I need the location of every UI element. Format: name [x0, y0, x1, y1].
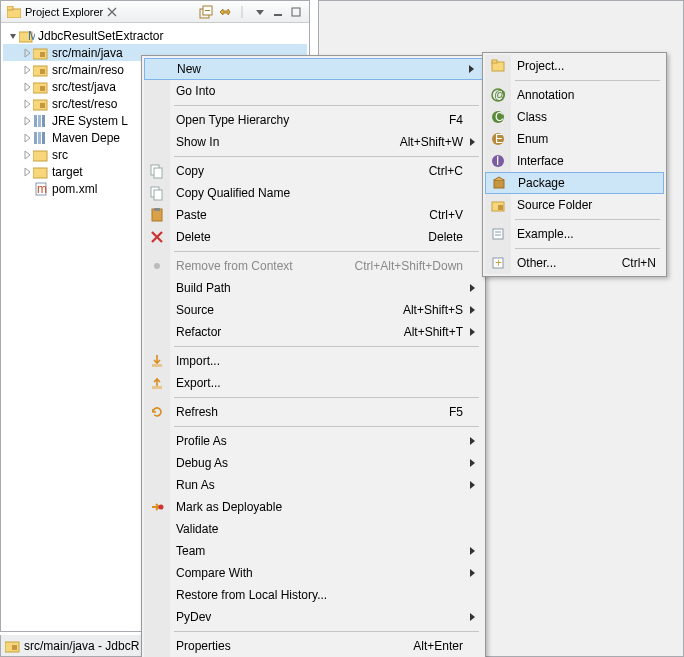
maximize-icon[interactable] — [288, 4, 304, 20]
svg-rect-32 — [154, 208, 160, 211]
menu-item-copy[interactable]: CopyCtrl+C — [144, 160, 483, 182]
menu-item-annotation[interactable]: @Annotation — [485, 84, 664, 106]
other-icon: + — [489, 254, 507, 272]
svg-rect-1 — [7, 6, 13, 10]
menu-item-restore-from-local-history[interactable]: Restore from Local History... — [144, 584, 483, 606]
srcf-icon — [489, 196, 507, 214]
view-menu-icon[interactable] — [252, 4, 268, 20]
menu-label: Run As — [176, 478, 463, 492]
menu-separator — [144, 343, 483, 350]
menu-item-package[interactable]: Package — [485, 172, 664, 194]
svg-rect-8 — [40, 52, 45, 57]
menu-item-paste[interactable]: PasteCtrl+V — [144, 204, 483, 226]
iface-icon: I — [489, 152, 507, 170]
deploy-icon — [148, 498, 166, 516]
delete-icon — [148, 228, 166, 246]
minimize-icon[interactable] — [270, 4, 286, 20]
menu-item-interface[interactable]: IInterface — [485, 150, 664, 172]
menu-label: Copy Qualified Name — [176, 186, 463, 200]
proj-icon — [489, 57, 507, 75]
menu-item-remove-from-context: Remove from ContextCtrl+Alt+Shift+Down — [144, 255, 483, 277]
chevron-right-icon — [469, 327, 477, 337]
menu-item-validate[interactable]: Validate — [144, 518, 483, 540]
chevron-right-icon[interactable] — [21, 149, 33, 161]
svg-rect-14 — [40, 103, 45, 108]
tree-project-row[interactable]: Mj JdbcResultSetExtractor — [3, 27, 307, 44]
svg-rect-47 — [494, 180, 504, 188]
pkg-icon — [490, 174, 508, 192]
menu-item-class[interactable]: CClass — [485, 106, 664, 128]
package-folder-icon — [33, 96, 49, 112]
menu-item-properties[interactable]: PropertiesAlt+Enter — [144, 635, 483, 657]
copyq-icon — [148, 184, 166, 202]
menu-item-build-path[interactable]: Build Path — [144, 277, 483, 299]
menu-label: Profile As — [176, 434, 463, 448]
menu-item-show-in[interactable]: Show InAlt+Shift+W — [144, 131, 483, 153]
close-view-icon[interactable] — [107, 7, 117, 17]
folder-icon — [33, 147, 49, 163]
dot-icon — [148, 257, 166, 275]
svg-rect-49 — [498, 205, 503, 210]
menu-item-go-into[interactable]: Go Into — [144, 80, 483, 102]
chevron-right-icon[interactable] — [21, 132, 33, 144]
menu-label: Source — [176, 303, 403, 317]
menu-label: Compare With — [176, 566, 463, 580]
menu-shortcut: Alt+Enter — [413, 639, 463, 653]
svg-rect-4 — [292, 8, 300, 16]
menu-label: Example... — [517, 227, 656, 241]
menu-item-copy-qualified-name[interactable]: Copy Qualified Name — [144, 182, 483, 204]
menu-label: Enum — [517, 132, 656, 146]
svg-rect-38 — [492, 60, 497, 63]
menu-item-enum[interactable]: EEnum — [485, 128, 664, 150]
menu-label: Paste — [176, 208, 429, 222]
menu-item-refactor[interactable]: RefactorAlt+Shift+T — [144, 321, 483, 343]
chevron-down-icon[interactable] — [7, 30, 19, 42]
svg-rect-34 — [152, 364, 162, 367]
menu-item-refresh[interactable]: RefreshF5 — [144, 401, 483, 423]
menu-item-open-type-hierarchy[interactable]: Open Type HierarchyF4 — [144, 109, 483, 131]
chevron-right-icon[interactable] — [21, 115, 33, 127]
project-icon: Mj — [19, 28, 35, 44]
menu-separator — [485, 216, 664, 223]
menu-item-export[interactable]: Export... — [144, 372, 483, 394]
menu-separator — [144, 628, 483, 635]
menu-shortcut: F5 — [449, 405, 463, 419]
chevron-right-icon[interactable] — [21, 166, 33, 178]
menu-item-project[interactable]: Project... — [485, 55, 664, 77]
menu-item-debug-as[interactable]: Debug As — [144, 452, 483, 474]
menu-label: New — [177, 62, 462, 76]
chevron-right-icon[interactable] — [21, 64, 33, 76]
folder-icon — [6, 4, 22, 20]
menu-item-other[interactable]: +Other...Ctrl+N — [485, 252, 664, 274]
link-editor-icon[interactable] — [216, 4, 232, 20]
menu-item-new[interactable]: New — [144, 58, 483, 80]
menu-shortcut: Alt+Shift+S — [403, 303, 463, 317]
menu-shortcut: Ctrl+Alt+Shift+Down — [355, 259, 463, 273]
menu-item-run-as[interactable]: Run As — [144, 474, 483, 496]
menu-item-profile-as[interactable]: Profile As — [144, 430, 483, 452]
svg-rect-17 — [42, 115, 45, 127]
chevron-right-icon[interactable] — [21, 81, 33, 93]
menu-label: Interface — [517, 154, 656, 168]
menu-item-mark-as-deployable[interactable]: Mark as Deployable — [144, 496, 483, 518]
menu-separator — [144, 248, 483, 255]
tree-label: src/main/java — [52, 46, 123, 60]
menu-item-example[interactable]: Example... — [485, 223, 664, 245]
chevron-right-icon[interactable] — [21, 47, 33, 59]
menu-item-pydev[interactable]: PyDev — [144, 606, 483, 628]
menu-shortcut: Delete — [428, 230, 463, 244]
collapse-all-icon[interactable] — [198, 4, 214, 20]
menu-item-source-folder[interactable]: Source Folder — [485, 194, 664, 216]
menu-item-delete[interactable]: DeleteDelete — [144, 226, 483, 248]
chevron-right-icon — [469, 137, 477, 147]
new-submenu: Project...@AnnotationCClassEEnumIInterfa… — [482, 52, 667, 277]
copy-icon — [148, 162, 166, 180]
chevron-right-icon — [469, 436, 477, 446]
menu-item-team[interactable]: Team — [144, 540, 483, 562]
menu-item-import[interactable]: Import... — [144, 350, 483, 372]
svg-rect-12 — [40, 86, 45, 91]
xml-file-icon: m — [33, 181, 49, 197]
menu-item-source[interactable]: SourceAlt+Shift+S — [144, 299, 483, 321]
menu-item-compare-with[interactable]: Compare With — [144, 562, 483, 584]
chevron-right-icon[interactable] — [21, 98, 33, 110]
